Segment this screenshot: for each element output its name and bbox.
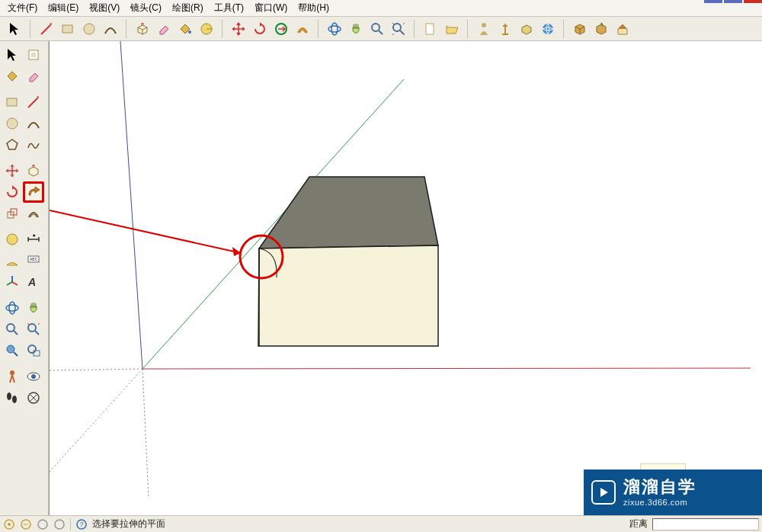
- menu-tools[interactable]: 工具(T): [210, 0, 248, 16]
- orbit-icon[interactable]: [325, 19, 344, 39]
- freehand-icon[interactable]: [23, 134, 44, 155]
- zoom2-icon[interactable]: [2, 319, 23, 340]
- followme-icon[interactable]: [23, 181, 44, 203]
- svg-line-36: [142, 368, 751, 369]
- svg-point-28: [28, 345, 36, 353]
- zoomprev-icon[interactable]: [2, 340, 23, 361]
- walk-icon[interactable]: [2, 387, 23, 409]
- orbit2-icon[interactable]: [2, 297, 23, 319]
- menu-draw[interactable]: 绘图(R): [168, 0, 208, 16]
- line-icon[interactable]: [37, 19, 56, 39]
- svg-line-40: [50, 369, 142, 472]
- dimension-icon[interactable]: ★: [23, 229, 44, 250]
- section-icon[interactable]: [23, 387, 44, 409]
- svg-rect-14: [7, 98, 17, 106]
- new-icon[interactable]: [421, 19, 440, 39]
- viewport[interactable]: [49, 41, 762, 515]
- line2-icon[interactable]: [23, 91, 44, 113]
- menu-edit[interactable]: 编辑(E): [43, 0, 83, 16]
- rotate2-icon[interactable]: [2, 181, 23, 203]
- svg-point-24: [9, 302, 15, 314]
- zoom-icon[interactable]: [367, 19, 387, 39]
- position-camera-icon[interactable]: [2, 366, 23, 387]
- statusbar: ? 选择要拉伸的平面 距离: [0, 515, 762, 532]
- menu-file[interactable]: 文件(F): [3, 0, 42, 16]
- select-icon[interactable]: [2, 44, 23, 66]
- pan2-icon[interactable]: [23, 297, 44, 319]
- scale2-icon[interactable]: [2, 203, 23, 224]
- minimize-button[interactable]: [704, 0, 722, 3]
- status-icon-1[interactable]: [3, 518, 15, 530]
- package-open-icon[interactable]: [591, 19, 611, 39]
- svg-point-6: [331, 23, 338, 35]
- model-icon[interactable]: [517, 19, 536, 39]
- rectangle2-icon[interactable]: [2, 91, 23, 113]
- tape2-icon[interactable]: [2, 229, 23, 250]
- status-icon-4[interactable]: [53, 518, 66, 530]
- zoomwindow-icon[interactable]: [23, 340, 44, 361]
- component-person-icon[interactable]: [474, 19, 494, 39]
- globe-icon[interactable]: [538, 19, 558, 39]
- circle2-icon[interactable]: [2, 113, 23, 134]
- 3dtext-icon[interactable]: A: [23, 271, 44, 293]
- move2-icon[interactable]: [2, 160, 23, 181]
- scale-icon[interactable]: [271, 19, 291, 39]
- menu-view[interactable]: 视图(V): [85, 0, 124, 16]
- paint-icon[interactable]: [175, 19, 195, 39]
- svg-point-33: [7, 393, 11, 400]
- distance-field[interactable]: [652, 518, 759, 530]
- pushpull2-icon[interactable]: [23, 160, 44, 181]
- status-icon-3[interactable]: [37, 518, 49, 530]
- tape-icon[interactable]: [197, 19, 216, 39]
- move-icon[interactable]: [229, 19, 248, 39]
- text-icon[interactable]: ABC: [23, 250, 44, 271]
- pan-icon[interactable]: [346, 19, 366, 39]
- look-around-icon[interactable]: [23, 366, 44, 387]
- menubar: 文件(F) 编辑(E) 视图(V) 镜头(C) 绘图(R) 工具(T) 窗口(W…: [0, 0, 762, 17]
- maximize-button[interactable]: [724, 0, 742, 3]
- status-icon-2[interactable]: [20, 518, 32, 530]
- svg-point-51: [55, 520, 64, 529]
- component-icon[interactable]: [23, 44, 44, 66]
- menu-window[interactable]: 窗口(W): [250, 0, 292, 16]
- status-message: 选择要拉伸的平面: [92, 518, 165, 530]
- svg-point-15: [7, 118, 18, 129]
- offset2-icon[interactable]: [23, 203, 44, 224]
- help-icon[interactable]: ?: [75, 518, 88, 530]
- menu-help[interactable]: 帮助(H): [293, 0, 334, 16]
- rotate-icon[interactable]: [250, 19, 270, 39]
- pushpull-icon[interactable]: [133, 19, 152, 39]
- rectangle-icon[interactable]: [58, 19, 78, 39]
- circle-icon[interactable]: [79, 19, 99, 39]
- svg-point-26: [28, 324, 36, 332]
- eraser2-icon[interactable]: [23, 66, 44, 87]
- open-icon[interactable]: [442, 19, 462, 39]
- svg-point-34: [12, 396, 17, 403]
- arc2-icon[interactable]: [23, 113, 44, 134]
- watermark: 溜溜自学 zixue.3d66.com: [584, 470, 762, 515]
- distance-label: 距离: [629, 518, 648, 530]
- svg-point-23: [6, 305, 18, 311]
- axes-icon[interactable]: [2, 271, 23, 293]
- package-icon[interactable]: [570, 19, 590, 39]
- home-icon[interactable]: [613, 19, 632, 39]
- close-button[interactable]: [744, 0, 762, 3]
- svg-point-25: [7, 324, 14, 332]
- zoomext-icon[interactable]: [389, 19, 408, 39]
- protractor-icon[interactable]: [2, 250, 23, 271]
- svg-line-45: [50, 210, 241, 253]
- arc-icon[interactable]: [101, 19, 120, 39]
- polygon-icon[interactable]: [2, 134, 23, 155]
- zoomext2-icon[interactable]: [23, 319, 44, 340]
- menu-camera[interactable]: 镜头(C): [126, 0, 166, 16]
- paint-bucket-icon[interactable]: [2, 66, 23, 87]
- svg-point-48: [8, 523, 11, 526]
- svg-line-39: [142, 369, 149, 498]
- svg-point-27: [7, 345, 14, 353]
- offset-icon[interactable]: [293, 19, 312, 39]
- svg-point-18: [7, 234, 18, 245]
- survey-icon[interactable]: [495, 19, 515, 39]
- svg-point-7: [372, 24, 379, 31]
- eraser-icon[interactable]: [154, 19, 174, 39]
- select-tool-icon[interactable]: [5, 19, 24, 39]
